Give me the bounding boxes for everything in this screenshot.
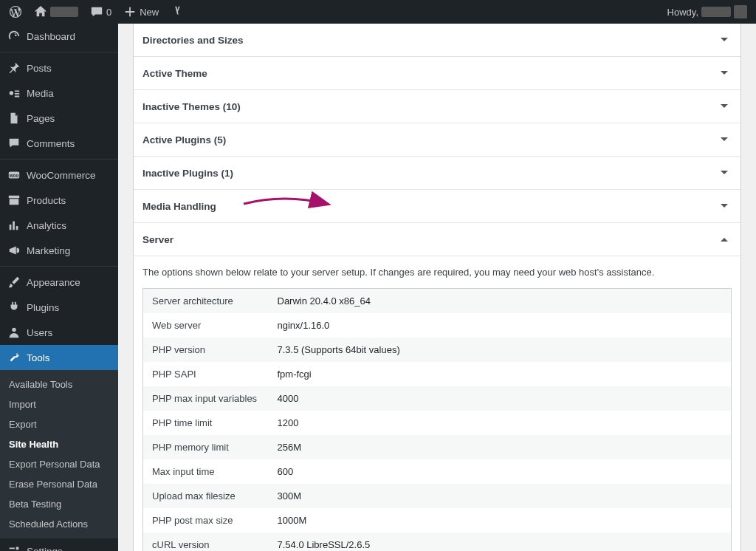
- adminbar-site-home[interactable]: [30, 0, 83, 24]
- adminbar-username: [701, 7, 731, 17]
- chevron-down-icon: [717, 132, 732, 147]
- dashboard-icon: [7, 30, 21, 43]
- menu-item-users[interactable]: Users: [0, 320, 118, 345]
- panel-title: Directories and Sizes: [142, 35, 244, 46]
- wordpress-icon: [9, 5, 22, 18]
- row-key: Server architecture: [143, 289, 269, 314]
- panel-title: Server: [142, 234, 173, 245]
- adminbar-wp-logo[interactable]: [4, 0, 27, 24]
- chart-bar-icon: [7, 219, 21, 232]
- panel-title: Inactive Plugins (1): [142, 168, 233, 179]
- wrench-icon: [7, 351, 21, 364]
- menu-label: Appearance: [27, 277, 80, 288]
- menu-item-appearance[interactable]: Appearance: [0, 270, 118, 295]
- pin-icon: [7, 61, 21, 75]
- row-key: Web server: [143, 313, 269, 338]
- chevron-down-icon: [717, 199, 732, 213]
- table-row: cURL version7.54.0 LibreSSL/2.6.5: [143, 533, 732, 551]
- panel-media-handling[interactable]: Media Handling: [134, 189, 740, 222]
- menu-label: Dashboard: [27, 31, 75, 42]
- sub-erase-personal-data[interactable]: Erase Personal Data: [0, 474, 118, 494]
- menu-label: Plugins: [27, 302, 59, 313]
- brush-icon: [7, 276, 21, 289]
- table-row: Server architectureDarwin 20.4.0 x86_64: [143, 289, 732, 314]
- panel-directories-sizes[interactable]: Directories and Sizes: [134, 24, 740, 56]
- menu-label: Settings: [27, 546, 63, 552]
- sub-import[interactable]: Import: [0, 394, 118, 414]
- comments-icon: [7, 137, 21, 150]
- panel-inactive-plugins[interactable]: Inactive Plugins (1): [134, 156, 740, 189]
- menu-label: Analytics: [27, 220, 66, 231]
- panel-server-body: The options shown below relate to your s…: [134, 256, 740, 551]
- table-row: Upload max filesize300M: [143, 484, 732, 508]
- menu-label: Products: [27, 195, 66, 206]
- table-row: PHP memory limit256M: [143, 435, 732, 459]
- avatar: [734, 5, 747, 18]
- menu-label: Posts: [27, 63, 52, 74]
- row-value: nginx/1.16.0: [269, 313, 732, 338]
- panel-active-plugins[interactable]: Active Plugins (5): [134, 123, 740, 156]
- menu-item-media[interactable]: Media: [0, 81, 118, 106]
- sub-scheduled-actions[interactable]: Scheduled Actions: [0, 514, 118, 534]
- yoast-icon: [171, 5, 184, 18]
- home-icon: [34, 5, 47, 18]
- menu-label: Pages: [27, 113, 55, 124]
- row-value: 4000: [269, 386, 732, 411]
- main-content: Directories and Sizes Active Theme Inact…: [118, 24, 756, 551]
- menu-item-settings[interactable]: Settings: [0, 538, 118, 551]
- menu-item-analytics[interactable]: Analytics: [0, 213, 118, 238]
- row-value: 300M: [269, 484, 732, 508]
- panel-active-theme[interactable]: Active Theme: [134, 56, 740, 89]
- menu-item-posts[interactable]: Posts: [0, 55, 118, 81]
- row-value: 600: [269, 459, 732, 484]
- woocommerce-icon: woo: [7, 168, 21, 182]
- table-row: Web servernginx/1.16.0: [143, 313, 732, 338]
- menu-item-pages[interactable]: Pages: [0, 106, 118, 131]
- row-value: Darwin 20.4.0 x86_64: [269, 289, 732, 314]
- adminbar-yoast[interactable]: [166, 0, 188, 24]
- row-key: PHP time limit: [143, 411, 269, 435]
- adminbar-comments[interactable]: 0: [86, 0, 116, 24]
- sub-site-health[interactable]: Site Health: [0, 434, 118, 454]
- panel-title: Media Handling: [142, 201, 216, 212]
- menu-label: Media: [27, 88, 54, 99]
- menu-item-woocommerce[interactable]: woo WooCommerce: [0, 162, 118, 188]
- sub-beta-testing[interactable]: Beta Testing: [0, 494, 118, 514]
- comment-bubble-icon: [90, 5, 103, 18]
- table-row: PHP post max size1000M: [143, 508, 732, 533]
- submenu-tools: Available Tools Import Export Site Healt…: [0, 370, 118, 538]
- svg-text:woo: woo: [9, 173, 19, 178]
- menu-item-dashboard[interactable]: Dashboard: [0, 24, 118, 49]
- menu-item-marketing[interactable]: Marketing: [0, 238, 118, 263]
- sub-available-tools[interactable]: Available Tools: [0, 374, 118, 394]
- sub-export[interactable]: Export: [0, 414, 118, 434]
- adminbar-new[interactable]: New: [119, 0, 163, 24]
- table-row: PHP SAPIfpm-fcgi: [143, 362, 732, 386]
- menu-item-comments[interactable]: Comments: [0, 131, 118, 156]
- svg-point-0: [10, 91, 13, 95]
- sub-export-personal-data[interactable]: Export Personal Data: [0, 454, 118, 474]
- page-icon: [7, 112, 21, 125]
- panel-server[interactable]: Server: [134, 222, 740, 256]
- menu-label: Users: [27, 327, 52, 338]
- table-row: PHP time limit1200: [143, 411, 732, 435]
- menu-item-products[interactable]: Products: [0, 188, 118, 213]
- adminbar-account[interactable]: Howdy,: [663, 0, 752, 24]
- svg-point-3: [12, 328, 16, 332]
- row-key: PHP memory limit: [143, 435, 269, 459]
- adminbar-site-name: [50, 7, 78, 17]
- server-desc: The options shown below relate to your s…: [142, 267, 732, 278]
- menu-item-tools[interactable]: Tools: [0, 345, 118, 370]
- menu-item-plugins[interactable]: Plugins: [0, 295, 118, 320]
- table-row: Max input time600: [143, 459, 732, 484]
- server-info-table: Server architectureDarwin 20.4.0 x86_64W…: [142, 288, 732, 551]
- row-value: 7.3.5 (Supports 64bit values): [269, 338, 732, 362]
- chevron-down-icon: [717, 32, 732, 47]
- table-row: PHP version7.3.5 (Supports 64bit values): [143, 338, 732, 362]
- panel-inactive-themes[interactable]: Inactive Themes (10): [134, 89, 740, 123]
- admin-bar: 0 New Howdy,: [0, 0, 756, 24]
- menu-label: Comments: [27, 138, 75, 149]
- row-key: PHP version: [143, 338, 269, 362]
- row-key: Max input time: [143, 459, 269, 484]
- menu-label: Marketing: [27, 245, 70, 256]
